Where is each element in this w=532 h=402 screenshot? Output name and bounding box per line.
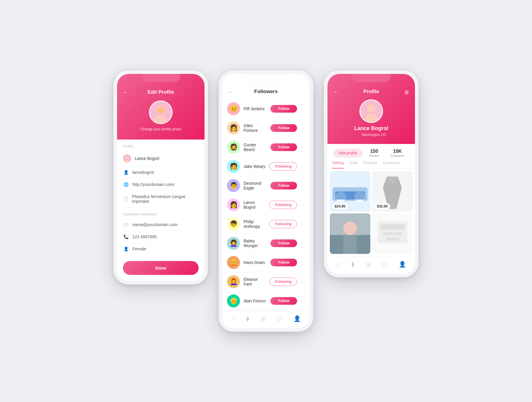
back-arrow-icon[interactable]: ← — [123, 89, 128, 95]
nav3-camera-icon[interactable]: ◎ — [366, 261, 371, 268]
follower-name: Gunter Beard — [244, 142, 267, 152]
follow-button[interactable]: Follow — [270, 124, 297, 132]
more-options-icon[interactable]: ··· — [301, 164, 305, 169]
profile3-location: 📍 Washington DC — [333, 133, 409, 137]
tab-favorite[interactable]: Favorite — [363, 161, 377, 168]
svg-rect-24 — [386, 238, 399, 240]
following-button[interactable]: Following — [269, 220, 297, 228]
nav3-chat-icon[interactable]: ⬡ — [382, 261, 387, 268]
avatar-placeholder: 👴 — [227, 294, 240, 307]
svg-point-3 — [157, 107, 164, 113]
settings-icon[interactable]: ⚙ — [404, 89, 409, 96]
follower-avatar: 😐 — [227, 102, 240, 115]
more-options-icon[interactable]: ··· — [301, 260, 305, 265]
product-grid-item[interactable]: $24.90 — [330, 171, 370, 212]
photos-label: Photos — [363, 154, 386, 158]
phone1-body: Profile Lance Bogrol 👤 lanceb — [117, 140, 205, 281]
website-field[interactable]: 🌐 http://yourdomain.com/ — [123, 179, 199, 191]
nav-explore-icon[interactable]: ⧫ — [246, 315, 249, 322]
following-button[interactable]: Following — [269, 201, 297, 209]
follower-name: Eleanor Fant — [244, 277, 266, 286]
svg-rect-23 — [383, 232, 402, 235]
follower-avatar: 👩‍🦰 — [227, 275, 240, 288]
tab-comment[interactable]: Comment — [383, 161, 400, 168]
follow-button[interactable]: Follow — [270, 297, 297, 305]
username-icon: 👤 — [123, 170, 129, 175]
followers-count: 10K — [386, 149, 409, 154]
avatar-edit[interactable] — [149, 100, 173, 124]
nav3-profile-icon[interactable]: 👤 — [399, 261, 406, 268]
gender-icon: 👤 — [123, 247, 129, 251]
more-options-icon[interactable]: ··· — [301, 145, 305, 150]
profile-back-arrow[interactable]: ← — [333, 89, 339, 95]
nav-camera-icon[interactable]: ◎ — [261, 315, 266, 322]
nav3-explore-icon[interactable]: ⧫ — [351, 261, 354, 268]
location-icon: 📍 — [356, 133, 361, 137]
follower-row: 👴Alan FrescoFollow··· — [227, 291, 305, 311]
follower-row: 🧑‍🦲Hans DownFollow··· — [227, 253, 305, 272]
follower-avatar: 👴 — [227, 294, 240, 307]
more-options-icon[interactable]: ··· — [301, 222, 305, 226]
nav-profile-icon[interactable]: 👤 — [293, 315, 301, 322]
phone3-inner: ← Profile ⚙ Lance Bogrol 📍 Washington DC — [327, 74, 415, 274]
follow-button[interactable]: Follow — [270, 239, 297, 247]
edit-profile-button[interactable]: Edit profile — [333, 149, 363, 158]
more-options-icon[interactable]: ··· — [301, 279, 305, 284]
svg-rect-22 — [380, 224, 404, 230]
more-options-icon[interactable]: ··· — [301, 106, 305, 111]
phone3-header: ← Profile ⚙ Lance Bogrol 📍 Washington DC — [327, 74, 415, 144]
notch-phone2 — [247, 74, 285, 82]
avatar-placeholder: 👨 — [227, 179, 240, 192]
more-options-icon[interactable]: ··· — [301, 126, 305, 130]
email-field[interactable]: ✉️ name@yourdomain.com — [123, 219, 199, 231]
phone-edit-profile: ← Edit Profile Change your profile photo… — [113, 70, 208, 284]
profile3-avatar[interactable] — [359, 99, 383, 123]
follow-button[interactable]: Follow — [270, 143, 297, 151]
nav-home-icon[interactable]: ⌂ — [231, 315, 234, 322]
avatar-placeholder: 👩 — [227, 121, 240, 134]
tab-sold[interactable]: Sold — [350, 161, 357, 168]
follow-button[interactable]: Follow — [270, 259, 297, 266]
phone1-inner: ← Edit Profile Change your profile photo… — [117, 74, 205, 281]
email-value: name@yourdomain.com — [132, 222, 178, 227]
nav3-home-icon[interactable]: ⌂ — [336, 261, 340, 268]
more-options-icon[interactable]: ··· — [301, 299, 305, 303]
follow-button[interactable]: Follow — [270, 182, 297, 189]
avatar-placeholder: 👩 — [227, 198, 240, 211]
product-grid-item[interactable] — [372, 213, 413, 254]
following-button[interactable]: Following — [269, 278, 297, 286]
product-grid-item[interactable] — [330, 213, 370, 254]
bio-value: Phasellus fermentum congue imperdiet. — [132, 194, 199, 204]
more-options-icon[interactable]: ··· — [301, 183, 305, 188]
username-field[interactable]: 👤 lancebogrol — [123, 166, 199, 179]
follower-avatar: 👩‍🦱 — [227, 237, 240, 250]
follower-row: 🧔Gunter BeardFollow··· — [227, 138, 305, 157]
phone-field[interactable]: 📞 123 4567890 — [123, 231, 199, 243]
follower-name: Lance Bogrol — [244, 200, 266, 210]
avatar-placeholder: 🧑 — [227, 160, 240, 173]
product-grid-item[interactable]: $32.00 — [372, 171, 413, 212]
notch-phone3 — [352, 74, 390, 82]
follow-button[interactable]: Follow — [270, 105, 297, 113]
following-button[interactable]: Following — [269, 162, 297, 171]
more-options-icon[interactable]: ··· — [301, 241, 305, 246]
gender-value: Female — [132, 247, 146, 251]
profile3-stats-row: Edit profile 150 Photos 10K Followers — [327, 144, 415, 158]
bio-field[interactable]: 📄 Phasellus fermentum congue imperdiet. — [123, 191, 199, 208]
done-button[interactable]: Done — [123, 261, 199, 275]
phone1-header: ← Edit Profile Change your profile photo — [117, 74, 205, 140]
gender-field[interactable]: 👤 Female — [123, 243, 199, 255]
tab-selling[interactable]: Selling — [332, 161, 344, 168]
follower-row: 👩Giles PostureFollow··· — [227, 119, 305, 138]
nav-chat-icon[interactable]: ⬡ — [277, 315, 282, 322]
more-options-icon[interactable]: ··· — [301, 202, 305, 207]
svg-rect-19 — [343, 235, 357, 254]
follower-avatar: 🧑 — [227, 160, 240, 173]
change-photo-label[interactable]: Change your profile photo — [123, 127, 199, 131]
followers-back-arrow[interactable]: ← — [228, 89, 233, 95]
website-icon: 🌐 — [123, 182, 129, 187]
avatar-placeholder: 🧔 — [227, 141, 240, 154]
email-icon: ✉️ — [123, 222, 129, 227]
follower-name: Philip Anthropy — [244, 219, 266, 229]
name-field[interactable]: Lance Bogrol — [123, 151, 199, 166]
